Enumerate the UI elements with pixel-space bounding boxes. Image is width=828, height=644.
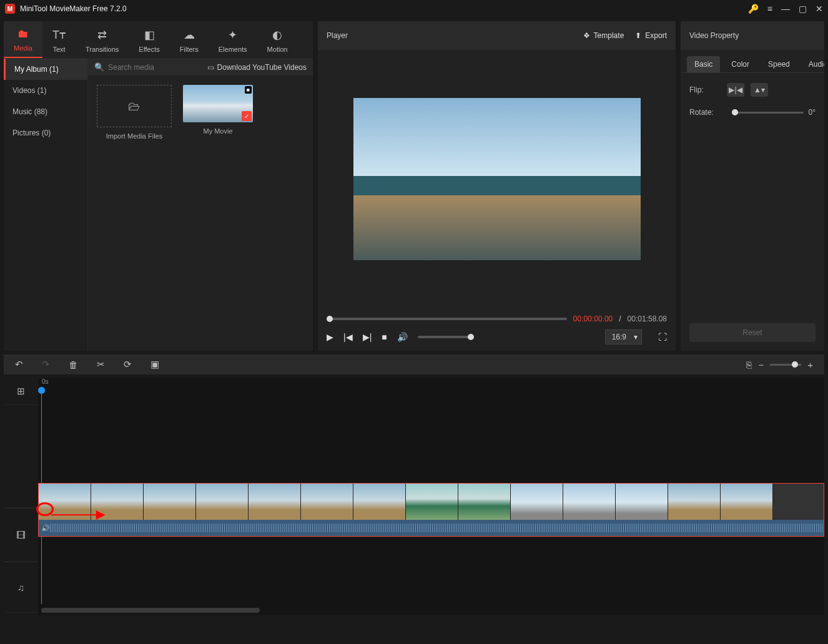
tab-transitions[interactable]: ⇄Transitions — [76, 21, 129, 58]
tab-filters[interactable]: ☁Filters — [170, 21, 209, 58]
folder-icon: 🖿 — [17, 27, 29, 41]
elements-icon: ✦ — [228, 28, 237, 42]
delete-button[interactable]: 🗑 — [69, 359, 78, 370]
player-title: Player — [327, 31, 348, 40]
split-button[interactable]: ✂ — [97, 359, 105, 370]
music-track-icon: ♫ — [4, 562, 38, 613]
timeline-toolbar: ↶ ↷ 🗑 ✂ ⟳ ▣ ⎘ − + — [4, 354, 824, 374]
annotation-arrow-icon: ————▶ — [51, 507, 105, 521]
player-stage — [318, 50, 676, 308]
youtube-icon: ▭ — [207, 63, 214, 72]
tab-media[interactable]: 🖿Media — [4, 21, 42, 58]
video-preview[interactable] — [353, 98, 641, 260]
title-bar: M MiniTool MovieMaker Free 7.2.0 🔑 ≡ — ▢… — [0, 0, 828, 17]
speaker-icon: 🔊 — [41, 524, 50, 532]
volume-icon[interactable]: 🔊 — [397, 332, 408, 342]
text-icon: Tᴛ — [52, 28, 66, 42]
key-icon[interactable]: 🔑 — [748, 4, 759, 14]
tab-motion[interactable]: ◐Motion — [257, 21, 298, 58]
overlay-track[interactable] — [38, 391, 824, 483]
undo-button[interactable]: ↶ — [15, 359, 23, 370]
search-icon: 🔍 — [94, 62, 104, 72]
music-track[interactable] — [38, 537, 824, 588]
player-panel: Player ❖Template ⬆Export 00:00:00.00 / 0… — [318, 21, 676, 351]
flip-label: Flip: — [689, 85, 727, 94]
close-icon[interactable]: ✕ — [816, 4, 823, 14]
sidebar-item-myalbum[interactable]: My Album (1) — [4, 59, 87, 80]
reset-button[interactable]: Reset — [689, 323, 816, 342]
property-title: Video Property — [689, 31, 739, 40]
motion-icon: ◐ — [272, 28, 282, 42]
layers-icon: ❖ — [583, 31, 590, 40]
property-panel: Video Property Basic Color Speed Audio F… — [681, 21, 824, 351]
speed-button[interactable]: ⟳ — [124, 359, 132, 370]
tab-effects[interactable]: ◧Effects — [129, 21, 169, 58]
app-icon: M — [5, 4, 15, 14]
sidebar-item-videos[interactable]: Videos (1) — [4, 80, 87, 101]
folder-open-icon: 🗁 — [128, 99, 140, 114]
sidebar-item-pictures[interactable]: Pictures (0) — [4, 122, 87, 144]
tab-elements[interactable]: ✦Elements — [209, 21, 257, 58]
timeline: ⊞ 🎞 ♫ 0s 2m 🔊 ————▶ — [4, 378, 824, 615]
prev-frame-button[interactable]: |◀ — [343, 332, 353, 342]
check-icon: ✓ — [242, 111, 252, 121]
video-badge-icon: ■ — [245, 86, 252, 94]
zoom-out-button[interactable]: − — [758, 359, 764, 370]
crop-button[interactable]: ▣ — [150, 359, 159, 370]
timeline-scrollbar[interactable] — [41, 608, 260, 613]
sidebar-item-music[interactable]: Music (88) — [4, 101, 87, 122]
media-clip-thumbnail[interactable]: ■ ✓ — [183, 85, 253, 122]
clip-audio-waveform: 🔊 — [39, 520, 824, 536]
media-panel: 🖿Media TᴛText ⇄Transitions ◧Effects ☁Fil… — [4, 21, 313, 351]
effects-icon: ◧ — [144, 28, 155, 42]
rotate-label: Rotate: — [689, 108, 727, 117]
ptab-color[interactable]: Color — [724, 56, 757, 72]
clip-thumbnails — [39, 484, 824, 521]
app-title: MiniTool MovieMaker Free 7.2.0 — [20, 4, 748, 13]
rotate-value: 0° — [809, 108, 816, 117]
tab-text[interactable]: TᴛText — [42, 21, 76, 58]
export-button[interactable]: ⬆Export — [635, 31, 667, 40]
flip-vertical-button[interactable]: ▲▾ — [751, 83, 768, 97]
clip-label: My Movie — [203, 127, 232, 135]
transitions-icon: ⇄ — [97, 28, 107, 42]
redo-button[interactable]: ↷ — [42, 359, 50, 370]
main-toolbar: 🖿Media TᴛText ⇄Transitions ◧Effects ☁Fil… — [4, 21, 313, 59]
ptab-audio[interactable]: Audio — [801, 56, 824, 72]
import-media-button[interactable]: 🗁 — [97, 85, 172, 127]
import-label: Import Media Files — [106, 132, 162, 140]
zoom-slider[interactable] — [770, 364, 801, 366]
time-current: 00:00:00.00 — [573, 315, 613, 323]
time-total: 00:01:58.08 — [628, 315, 667, 323]
zoom-in-button[interactable]: + — [807, 359, 813, 370]
fullscreen-button[interactable]: ⛶ — [658, 332, 667, 342]
media-sidebar: My Album (1) Videos (1) Music (88) Pictu… — [4, 59, 88, 351]
progress-bar[interactable] — [327, 318, 567, 320]
timeline-ruler[interactable]: 0s — [38, 378, 824, 391]
maximize-icon[interactable]: ▢ — [799, 4, 807, 14]
rotate-slider[interactable] — [732, 112, 804, 114]
filters-icon: ☁ — [184, 28, 195, 42]
menu-icon[interactable]: ≡ — [767, 4, 772, 14]
next-frame-button[interactable]: ▶| — [363, 332, 372, 342]
export-icon: ⬆ — [635, 31, 641, 40]
download-youtube-button[interactable]: ▭ Download YouTube Videos — [207, 63, 307, 72]
aspect-ratio-select[interactable]: 16:9 — [605, 329, 642, 344]
flip-horizontal-button[interactable]: ▶|◀ — [727, 83, 744, 97]
ptab-basic[interactable]: Basic — [687, 56, 720, 72]
minimize-icon[interactable]: — — [781, 4, 790, 14]
template-button[interactable]: ❖Template — [583, 31, 624, 40]
volume-slider[interactable] — [418, 336, 474, 338]
add-track-button[interactable]: ⊞ — [4, 378, 38, 405]
play-button[interactable]: ▶ — [327, 332, 333, 342]
stop-button[interactable]: ■ — [382, 332, 387, 342]
search-input[interactable] — [108, 63, 207, 72]
video-track-icon: 🎞 — [4, 508, 38, 562]
video-clip[interactable]: 2m 🔊 ————▶ — [38, 483, 824, 537]
ptab-speed[interactable]: Speed — [761, 56, 797, 72]
fit-timeline-button[interactable]: ⎘ — [746, 359, 752, 370]
